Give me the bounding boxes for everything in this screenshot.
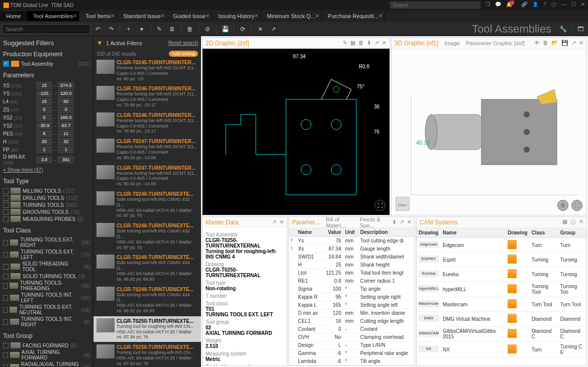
- tooltype-row[interactable]: GROOVING TOOLS (70): [3, 209, 90, 215]
- reset-search[interactable]: Reset search: [168, 40, 198, 46]
- tab-minimum-stock-q---[interactable]: Minimum Stock Q...✕: [261, 11, 322, 21]
- params-tab[interactable]: Paramet...: [292, 219, 320, 226]
- param-table-row[interactable]: SW/D124.84mmShank width/diamet: [289, 253, 415, 261]
- param-to[interactable]: 166.0: [58, 114, 74, 121]
- checkbox[interactable]: [3, 295, 8, 301]
- checkbox[interactable]: [3, 352, 8, 358]
- edit-icon[interactable]: ✎: [343, 40, 347, 46]
- delete-icon[interactable]: 🗑: [358, 40, 364, 46]
- external-icon[interactable]: ↗: [268, 24, 279, 35]
- close-icon[interactable]: ✕: [254, 13, 258, 19]
- param-table-row[interactable]: RE10.8mmCorner radius 1: [289, 277, 415, 285]
- toolclass-row[interactable]: TURNING TOOLS EXT. NEUTRAL (18): [3, 304, 90, 315]
- param-table-row[interactable]: DesignL-Type L/R/N: [289, 341, 415, 349]
- save-icon[interactable]: 💾: [561, 40, 568, 46]
- more-icon[interactable]: ▾: [136, 24, 147, 35]
- toolclass-row[interactable]: TURNING TOOLS-THREADING (35): [3, 280, 90, 291]
- close-icon[interactable]: ✕: [73, 13, 77, 19]
- result-item[interactable]: CLGR-T0249-TURNTURNEXTE... Side turning …: [93, 285, 201, 316]
- param-from[interactable]: -30.9: [36, 122, 52, 129]
- cam-row[interactable]: DMG MORI DMG Virtual Machine DiamondDiam…: [417, 312, 586, 326]
- param-to[interactable]: 0: [58, 106, 74, 113]
- close-icon[interactable]: ✕: [111, 13, 115, 19]
- toolbar-search[interactable]: [2, 24, 90, 34]
- toolclass-row[interactable]: SOLID TURNING TOOL (3): [3, 273, 90, 279]
- param-to[interactable]: 50: [58, 98, 74, 105]
- tooltype-row[interactable]: MEASURING PROBES (2): [3, 216, 90, 222]
- param-to[interactable]: 63.7: [58, 122, 74, 129]
- toolclass-row[interactable]: TURNING TOOLS EXT. RIGHT (28): [3, 237, 90, 248]
- delete-icon[interactable]: 🗑: [543, 40, 548, 46]
- tab-tool-assemblies[interactable]: Tool Assemblies✕: [27, 11, 79, 21]
- param-from[interactable]: 0: [36, 114, 52, 121]
- toolclass-row[interactable]: TURNING TOOLS INT. LEFT (16): [3, 292, 90, 303]
- result-item[interactable]: CLGR-T0247-TURNTURNINTER... Reverse bori…: [93, 137, 201, 163]
- cam-col-drawing[interactable]: Drawing: [417, 228, 441, 238]
- show-more[interactable]: + Show more (37): [3, 167, 90, 173]
- bom-tab[interactable]: Bill of Materi...: [326, 216, 354, 228]
- tab-guided-issue[interactable]: Guided Issue✕: [167, 11, 212, 21]
- checkbox[interactable]: [3, 252, 8, 258]
- result-item[interactable]: CLGR-T0246-TURNTURNINTER... Reverse bori…: [93, 84, 201, 110]
- param-table-row[interactable]: Ltot121.25mmTotal tool item lengt: [289, 269, 415, 277]
- param-table-row[interactable]: D min ax120mmMin. insertion diame: [289, 309, 415, 317]
- col-desc[interactable]: Description: [358, 228, 415, 237]
- param-to[interactable]: 274.5: [58, 82, 74, 89]
- cam-col-class[interactable]: Class: [530, 228, 558, 238]
- checkbox[interactable]: [3, 202, 9, 208]
- col-unit[interactable]: Unit: [343, 228, 358, 237]
- cam-row[interactable]: Eureka Eureka TurningTurning: [417, 267, 586, 282]
- checkbox[interactable]: [3, 188, 9, 194]
- cam-row[interactable]: GibbsCAM GibbsCAM/VirtualGibbs 2015 Diam…: [417, 326, 586, 342]
- toolgroup-row[interactable]: RADIAL/AXIAL TURNING FW. (8): [3, 361, 90, 367]
- expand-icon[interactable]: ⛶: [571, 200, 582, 211]
- open-icon[interactable]: 📂: [551, 40, 558, 46]
- tooltype-row[interactable]: TURNING TOOLS (242): [3, 202, 90, 208]
- param-from[interactable]: 8: [36, 130, 52, 137]
- result-item[interactable]: CLGR-T0246-TURNTURNINTER... Reverse bori…: [93, 110, 201, 137]
- orientation-cube[interactable]: Oben: [396, 197, 410, 211]
- close-icon[interactable]: ✕: [378, 13, 382, 19]
- minimize-icon[interactable]: —: [561, 2, 566, 9]
- toolgroup-row[interactable]: AXIAL TURNING FORWARD (9): [3, 349, 90, 360]
- popout-icon[interactable]: ↗: [400, 219, 404, 225]
- tab-issuing-history[interactable]: Issuing History✕: [212, 11, 261, 21]
- param-from[interactable]: 0: [36, 106, 52, 113]
- tab-purchase-requisiti---[interactable]: Purchase Requisiti...✕: [322, 11, 385, 21]
- param-table-row[interactable]: CEL116mmCutting edge length: [289, 317, 415, 325]
- download-icon[interactable]: ⬇: [392, 219, 397, 225]
- close-icon[interactable]: ✕: [315, 13, 319, 19]
- param-table-row[interactable]: Sigma100°Tip angle: [289, 285, 415, 293]
- param-table-row[interactable]: OVHNoClamping overhead: [289, 333, 415, 341]
- param-to[interactable]: 1: [58, 146, 74, 153]
- result-item[interactable]: CLGR-T0248-TURNTURNEXTE... Side turning …: [93, 189, 201, 221]
- cam-row[interactable]: ESPRIT Esprit TurningTurning: [417, 253, 586, 267]
- param-from[interactable]: 1: [36, 146, 52, 153]
- param-to[interactable]: 120.0: [58, 90, 74, 97]
- add-sorting[interactable]: Add sorting: [169, 51, 198, 57]
- layers-icon[interactable]: ❐: [485, 2, 490, 9]
- bell-icon[interactable]: 🔔2: [506, 2, 516, 9]
- help-icon[interactable]: ?: [543, 2, 546, 9]
- param-table-row[interactable]: H25mmShank height: [289, 261, 415, 269]
- prod-label[interactable]: Tool Assembly: [21, 61, 76, 67]
- checkbox[interactable]: [3, 264, 9, 270]
- param-from[interactable]: 15: [36, 82, 52, 89]
- close-icon[interactable]: ✕: [160, 13, 164, 19]
- prod-checkbox[interactable]: [3, 61, 9, 67]
- edit-icon[interactable]: ✎: [154, 24, 165, 35]
- copy-icon[interactable]: 🗎: [167, 24, 178, 35]
- result-item[interactable]: CLGR-T0250-TURNTURNEXTE... Turning tool …: [93, 342, 201, 367]
- feeds-tab[interactable]: Feeds & Spe...: [360, 216, 389, 228]
- forward-icon[interactable]: ↷: [106, 24, 117, 35]
- param-table-row[interactable]: Coolant0-Coolant: [289, 325, 415, 333]
- expand-icon[interactable]: ⛶: [374, 200, 385, 211]
- titlebar-search[interactable]: [390, 2, 480, 9]
- checkbox[interactable]: [3, 274, 9, 279]
- checkbox[interactable]: [3, 209, 9, 215]
- info-icon[interactable]: ⓘ: [551, 2, 556, 9]
- popout-icon[interactable]: ↗: [571, 40, 576, 46]
- checkbox[interactable]: [3, 364, 8, 368]
- param-from[interactable]: -120.: [36, 90, 52, 97]
- 3d-sub-param[interactable]: Parameter Graphic [dxf]: [466, 40, 525, 46]
